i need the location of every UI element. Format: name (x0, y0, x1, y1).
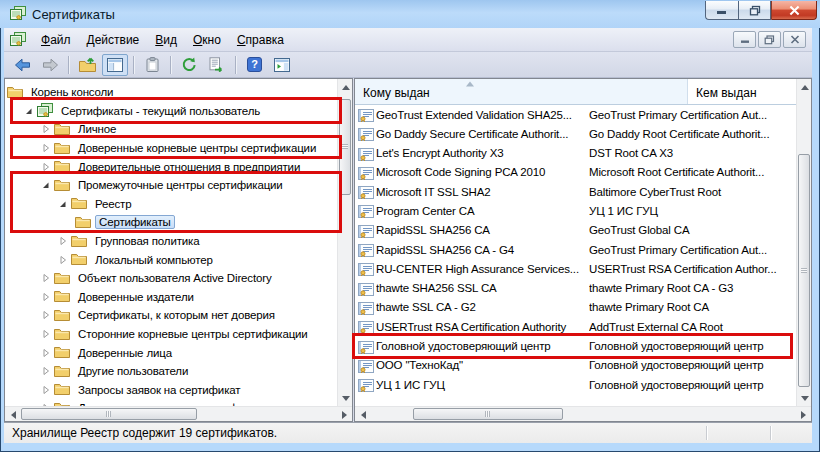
menu-view[interactable]: Вид (147, 30, 185, 50)
tree-item[interactable]: Сертификаты, к которым нет доверия (5, 306, 337, 325)
certificate-row[interactable]: Program Center CAУЦ 1 ИС ГУЦ (355, 202, 796, 221)
certificate-row[interactable]: RU-CENTER High Assurance Services...USER… (355, 260, 796, 279)
toolbar-separator (68, 56, 69, 74)
titlebar[interactable]: Сертификаты (0, 0, 820, 28)
certificate-row[interactable]: Microsoft IT SSL SHA2Baltimore CyberTrus… (355, 183, 796, 202)
tree-item[interactable]: Доверенные лица (5, 343, 337, 362)
scroll-left-button[interactable] (5, 407, 20, 422)
tree-item[interactable]: Доверенные издатели (5, 288, 337, 307)
certificate-icon (358, 128, 374, 141)
tree-item-label: Другие пользователи (74, 364, 192, 378)
column-label: Кому выдан (363, 86, 430, 100)
tree-item[interactable]: Другие пользователи (5, 362, 337, 381)
tree-item-label: Доверенные лица (74, 346, 176, 360)
content-area: Корень консолиСертификаты - текущий поль… (4, 78, 812, 422)
tree-item[interactable]: Сторонние корневые центры сертификации (5, 325, 337, 344)
help-button[interactable]: ? (241, 54, 267, 76)
folder-icon (54, 383, 70, 396)
menu-window[interactable]: Окно (185, 30, 229, 50)
tree-item[interactable]: Локальный компьютер (5, 250, 337, 269)
collapse-arrow-icon[interactable] (41, 291, 54, 303)
menu-help[interactable]: Справка (229, 30, 292, 50)
collapse-arrow-icon[interactable] (41, 384, 54, 396)
minimize-button[interactable] (705, 1, 738, 20)
close-button[interactable] (771, 1, 817, 20)
certificate-row[interactable]: thawte SSL CA - G2thawte Primary Root CA (355, 299, 796, 318)
issued-to-cell: Microsoft IT SSL SHA2 (376, 186, 589, 198)
tree-item[interactable]: Групповая политика (5, 232, 337, 251)
export-list-button[interactable] (204, 54, 230, 76)
tree-item[interactable]: Доверенные корневые сертификаты смарт-ка… (5, 399, 337, 406)
tree-item[interactable]: Запросы заявок на сертификат (5, 381, 337, 400)
forward-button[interactable] (37, 54, 63, 76)
mdi-restore-button[interactable] (758, 31, 781, 48)
show-console-tree-icon (107, 58, 123, 72)
up-one-level-button[interactable] (74, 54, 100, 76)
refresh-button[interactable] (176, 54, 202, 76)
scroll-right-button[interactable] (796, 407, 811, 422)
collapse-arrow-icon[interactable] (41, 365, 54, 377)
certificate-row[interactable]: УЦ 1 ИС ГУЦГоловной удостоверяющий центр (355, 376, 796, 395)
tree-item[interactable]: Объект пользователя Active Directory (5, 269, 337, 288)
column-header-issued-to[interactable]: Кому выдан (355, 79, 688, 104)
scrollbar-thumb[interactable] (21, 408, 197, 420)
console-tree-pane: Корень консолиСертификаты - текущий поль… (4, 78, 353, 422)
statusbar-divider (770, 426, 771, 440)
certificate-row[interactable]: Let's Encrypt Authority X3DST Root CA X3 (355, 145, 796, 164)
tree-vertical-scrollbar[interactable] (337, 79, 352, 406)
statusbar: Хранилище Реестр содержит 19 сертификато… (4, 422, 812, 443)
collapse-arrow-icon[interactable] (41, 272, 54, 284)
scrollbar-thumb[interactable] (413, 408, 563, 420)
back-icon (14, 58, 31, 72)
issued-to-cell: УЦ 1 ИС ГУЦ (376, 379, 589, 391)
collapse-arrow-icon[interactable] (58, 235, 71, 247)
back-button[interactable] (9, 54, 35, 76)
scroll-up-button[interactable] (338, 79, 353, 94)
certificate-row[interactable]: GeoTrust Extended Validation SHA25...Geo… (355, 106, 796, 125)
up-one-level-icon (79, 57, 96, 72)
issued-to-cell: ООО "ТехноКад" (376, 359, 589, 371)
collapse-arrow-icon[interactable] (41, 309, 54, 321)
list-vertical-scrollbar[interactable] (796, 79, 811, 406)
column-header-issued-by[interactable]: Кем выдан (696, 86, 757, 100)
show-console-tree-button[interactable] (102, 54, 128, 76)
properties-button[interactable] (139, 54, 165, 76)
certificate-row[interactable]: ООО "ТехноКад"Головной удостоверяющий це… (355, 357, 796, 376)
scrollbar-thumb[interactable] (798, 154, 810, 387)
issued-to-cell: RapidSSL SHA256 CA - G4 (376, 244, 589, 256)
restore-button[interactable] (738, 1, 771, 20)
tree-item-label: Групповая политика (91, 234, 203, 248)
tree-horizontal-scrollbar[interactable] (5, 406, 352, 421)
collapse-arrow-icon[interactable] (41, 328, 54, 340)
annotation-box-trusted-roots (10, 135, 342, 159)
collapse-arrow-icon[interactable] (58, 254, 71, 266)
issued-by-cell: GeoTrust Primary Certification Aut... (589, 244, 796, 256)
certificate-row[interactable]: thawte SHA256 SSL CAthawte Primary Root … (355, 280, 796, 299)
scroll-up-button[interactable] (797, 79, 812, 94)
mdi-minimize-button[interactable] (733, 31, 756, 48)
scroll-down-button[interactable] (797, 391, 812, 406)
list-horizontal-scrollbar[interactable] (355, 406, 811, 421)
certificates-icon (10, 6, 26, 21)
certificate-row[interactable]: RapidSSL SHA256 CA - G4GeoTrust Primary … (355, 241, 796, 260)
folder-icon (54, 328, 70, 341)
folder-icon (54, 365, 70, 378)
menu-file[interactable]: Файл (33, 30, 79, 50)
scroll-left-button[interactable] (355, 407, 370, 422)
certificate-list: GeoTrust Extended Validation SHA25...Geo… (355, 106, 796, 406)
svg-text:?: ? (251, 58, 258, 70)
certificate-row[interactable]: Microsoft Code Signing PCA 2010Microsoft… (355, 164, 796, 183)
toolbar-separator (170, 56, 171, 74)
certificate-row[interactable]: RapidSSL SHA256 CAGeoTrust Global CA (355, 222, 796, 241)
menu-action[interactable]: Действие (79, 30, 148, 50)
window-title: Сертификаты (32, 7, 115, 22)
scroll-down-button[interactable] (338, 391, 353, 406)
collapse-arrow-icon[interactable] (41, 123, 54, 135)
certificate-row[interactable]: Go Daddy Secure Certificate Authorit...G… (355, 125, 796, 144)
properties-icon (146, 57, 159, 72)
show-action-pane-button[interactable] (269, 54, 295, 76)
scroll-right-button[interactable] (337, 407, 352, 422)
certificates-icon (10, 32, 26, 47)
mdi-close-button[interactable] (783, 31, 806, 48)
collapse-arrow-icon[interactable] (41, 347, 54, 359)
